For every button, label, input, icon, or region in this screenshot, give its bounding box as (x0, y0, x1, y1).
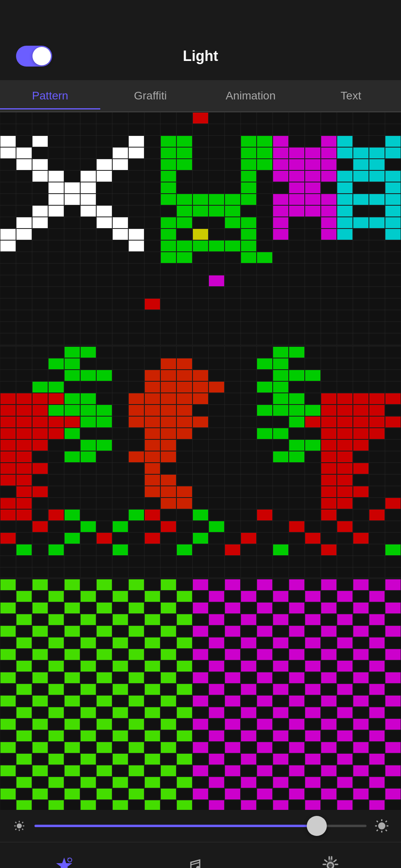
svg-line-17 (377, 830, 378, 831)
svg-point-9 (378, 822, 385, 830)
bottom-nav: Light Music Settings (0, 842, 401, 868)
page-title: Light (183, 48, 218, 65)
nav-music[interactable]: Music (183, 856, 206, 868)
tab-text[interactable]: Text (301, 83, 401, 109)
status-bar (0, 0, 401, 32)
tab-graffiti[interactable]: Graffiti (100, 83, 200, 109)
svg-line-23 (191, 862, 200, 865)
header: Light (0, 32, 401, 80)
svg-line-14 (377, 821, 378, 822)
pattern-grid-2[interactable] (0, 345, 401, 577)
power-toggle[interactable] (16, 46, 52, 67)
settings-icon (321, 856, 340, 868)
svg-point-0 (17, 823, 22, 829)
brightness-high-icon (375, 819, 389, 833)
light-icon (55, 856, 74, 868)
svg-line-8 (15, 829, 16, 830)
brightness-slider-track[interactable] (34, 825, 367, 827)
nav-settings[interactable]: Settings (315, 856, 347, 868)
music-icon (184, 856, 204, 868)
brightness-slider-thumb[interactable] (307, 816, 327, 836)
toggle-knob (32, 47, 51, 65)
brightness-low-icon (12, 819, 26, 833)
svg-line-5 (15, 822, 16, 823)
svg-line-16 (386, 821, 387, 822)
tab-pattern[interactable]: Pattern (0, 83, 100, 109)
svg-line-20 (68, 858, 69, 859)
brightness-control (0, 810, 401, 842)
tab-animation[interactable]: Animation (200, 83, 301, 109)
svg-line-15 (386, 830, 387, 831)
pattern-grid-1[interactable] (0, 112, 401, 345)
brightness-slider-fill (34, 825, 317, 827)
svg-line-7 (22, 822, 23, 823)
svg-line-6 (22, 829, 23, 830)
tab-bar: Pattern Graffiti Animation Text (0, 80, 401, 112)
svg-marker-18 (56, 858, 72, 868)
nav-light[interactable]: Light (55, 856, 74, 868)
pattern-grid-3[interactable] (0, 577, 401, 810)
